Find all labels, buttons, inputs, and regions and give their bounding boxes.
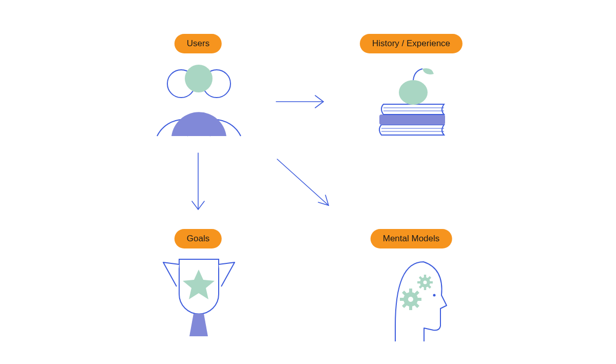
arrow-users-to-goals [192, 153, 204, 209]
arrows-layer [0, 0, 616, 364]
svg-line-32 [277, 159, 329, 205]
arrow-users-to-mental [277, 159, 329, 205]
diagram-canvas: Users History / Experience Goals Mental … [0, 0, 616, 364]
arrow-users-to-history [276, 95, 323, 108]
